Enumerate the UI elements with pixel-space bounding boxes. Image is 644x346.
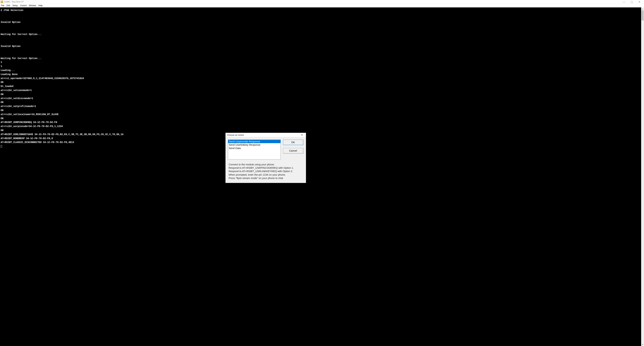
close-button[interactable]: ✕ — [636, 0, 643, 4]
titlebar: COM3 - Tera Term VT — ▢ ✕ — [0, 0, 644, 4]
menu-setup[interactable]: Setup — [12, 4, 18, 7]
cancel-button[interactable]: Cancel — [283, 148, 303, 153]
dialog-close-button[interactable]: ✕ — [300, 133, 304, 137]
menu-control[interactable]: Control — [20, 4, 26, 7]
app-icon — [1, 1, 3, 3]
scrollbar-vertical[interactable]: ▲ ▼ — [641, 8, 644, 346]
terminal-area: Z JTAG Selection Invalid Option Waiting … — [0, 8, 644, 346]
ok-button[interactable]: OK — [283, 140, 303, 145]
dialog-titlebar[interactable]: Choose an Action ✕ — [226, 133, 306, 137]
maximize-button[interactable]: ▢ — [628, 0, 636, 4]
scroll-up-button[interactable]: ▲ — [641, 8, 644, 10]
listbox-option[interactable]: Send Usrpincode Response — [228, 140, 280, 143]
terminal-output[interactable]: Z JTAG Selection Invalid Option Waiting … — [0, 8, 641, 346]
minimize-button[interactable]: — — [620, 0, 628, 4]
scroll-thumb[interactable] — [642, 11, 644, 21]
menu-help[interactable]: Help — [38, 4, 43, 7]
listbox-option[interactable]: Send Data — [228, 146, 280, 150]
cursor — [1, 145, 2, 147]
window-title: COM3 - Tera Term VT — [4, 1, 24, 3]
menu-file[interactable]: File — [1, 4, 4, 7]
app-window: COM3 - Tera Term VT — ▢ ✕ File Edit Setu… — [0, 0, 644, 346]
dialog-title: Choose an Action — [227, 134, 300, 136]
menu-window[interactable]: Window — [29, 4, 36, 7]
listbox-option[interactable]: Send Userlinkkey Response — [228, 143, 280, 146]
action-listbox[interactable]: Send Usrpincode ResponseSend Userlinkkey… — [228, 140, 281, 159]
dialog-instructions: Connect to the module using your phone.R… — [226, 162, 306, 183]
scroll-down-button[interactable]: ▼ — [641, 343, 644, 346]
menubar: File Edit Setup Control Window Help — [0, 4, 644, 8]
choose-action-dialog: Choose an Action ✕ Send Usrpincode Respo… — [226, 133, 306, 183]
menu-edit[interactable]: Edit — [6, 4, 10, 7]
